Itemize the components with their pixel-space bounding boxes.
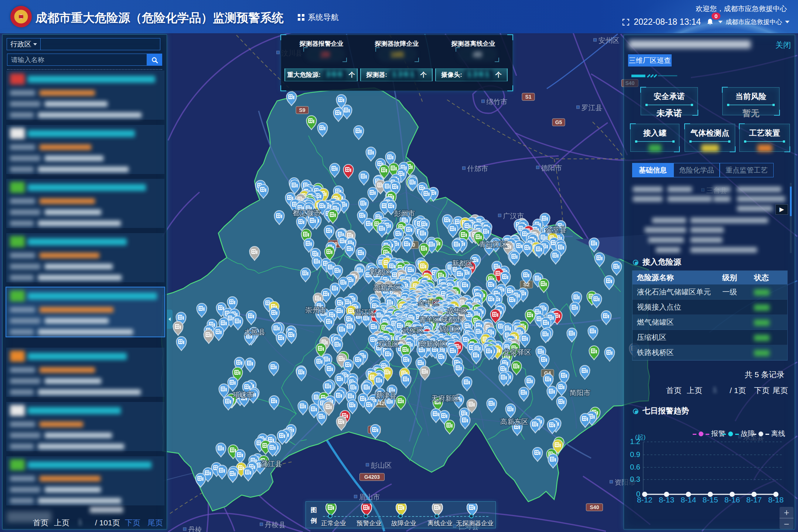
svg-text:武侯区: 武侯区	[403, 327, 424, 334]
svg-text:彭山区: 彭山区	[371, 461, 392, 469]
svg-text:眉山市: 眉山市	[359, 493, 380, 501]
svg-text:8-12: 8-12	[637, 495, 652, 504]
svg-text:成都市: 成都市	[441, 316, 462, 323]
svg-text:彭州市: 彭州市	[394, 209, 415, 217]
svg-text:崇州市: 崇州市	[306, 306, 327, 314]
svg-text:8-18: 8-18	[768, 495, 784, 504]
svg-text:邛崃市: 邛崃市	[233, 391, 254, 399]
svg-text:双流区: 双流区	[378, 340, 399, 348]
svg-text:S1: S1	[525, 94, 531, 100]
svg-text:0.6: 0.6	[630, 463, 640, 471]
svg-text:高新西区: 高新西区	[373, 284, 401, 291]
svg-text:德阳市: 德阳市	[541, 164, 562, 172]
svg-text:8-13: 8-13	[659, 495, 674, 504]
svg-text:丹棱: 丹棱	[188, 526, 202, 532]
svg-text:青白江区: 青白江区	[479, 241, 507, 248]
svg-text:高新南区: 高新南区	[419, 340, 447, 348]
svg-text:0.3: 0.3	[630, 475, 640, 483]
svg-text:新津县: 新津县	[376, 392, 397, 399]
svg-text:龙泉驿区: 龙泉驿区	[503, 348, 531, 356]
svg-text:青羊区: 青羊区	[419, 316, 440, 324]
svg-text:S9: S9	[299, 107, 305, 113]
svg-text:天府新区: 天府新区	[431, 395, 459, 402]
svg-text:S40: S40	[590, 504, 599, 510]
svg-text:广汉市: 广汉市	[503, 212, 524, 220]
svg-text:什邡市: 什邡市	[467, 165, 488, 173]
svg-text:郫都区: 郫都区	[370, 268, 391, 276]
svg-text:成华区: 成华区	[447, 307, 468, 315]
svg-text:都江堰市: 都江堰市	[293, 209, 321, 217]
svg-text:温江区: 温江区	[355, 308, 376, 316]
svg-text:G4203: G4203	[364, 474, 380, 480]
svg-text:金牛区: 金牛区	[418, 299, 439, 307]
svg-text:丹棱县: 丹棱县	[265, 521, 286, 529]
svg-text:金堂县: 金堂县	[546, 226, 567, 233]
svg-text:1.2: 1.2	[630, 437, 640, 446]
svg-text:高新东区: 高新东区	[500, 418, 528, 426]
svg-text:新都区: 新都区	[452, 259, 473, 267]
svg-text:锦江区: 锦江区	[440, 325, 461, 333]
svg-text:G5: G5	[555, 119, 562, 125]
svg-text:罗江县: 罗江县	[582, 104, 603, 112]
svg-text:8-16: 8-16	[724, 495, 740, 504]
svg-text:8-14: 8-14	[681, 495, 696, 504]
svg-text:0.9: 0.9	[630, 450, 640, 458]
svg-text:大邑县: 大邑县	[245, 328, 266, 336]
svg-text:安州区: 安州区	[598, 37, 620, 44]
svg-text:8-17: 8-17	[746, 495, 762, 504]
svg-text:8-15: 8-15	[703, 495, 718, 504]
svg-text:蒲江县: 蒲江县	[261, 460, 282, 468]
svg-text:简阳市: 简阳市	[570, 389, 591, 397]
svg-text:绵竹市: 绵竹市	[487, 98, 508, 106]
